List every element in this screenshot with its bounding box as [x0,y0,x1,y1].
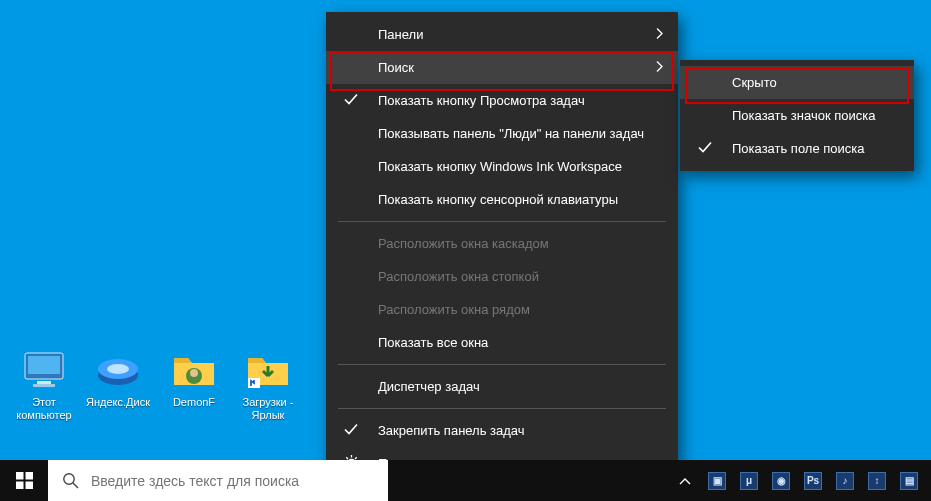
menu-item[interactable]: Показать кнопку Windows Ink Workspace [326,150,678,183]
menu-item[interactable]: Показать значок поиска [680,99,914,132]
menu-item[interactable]: Показать все окна [326,326,678,359]
menu-item-label: Закрепить панель задач [378,423,525,438]
folder-icon [170,346,218,394]
search-icon [62,472,79,489]
menu-item[interactable]: Закрепить панель задач [326,414,678,447]
menu-item[interactable]: Диспетчер задач [326,370,678,403]
svg-point-6 [107,364,129,374]
menu-item[interactable]: Показать поле поиска [680,132,914,165]
desktop-icon-demonf[interactable]: DemonF [158,346,230,409]
chevron-right-icon [655,27,664,42]
icon-label: DemonF [158,396,230,409]
menu-item: Расположить окна рядом [326,293,678,326]
menu-item[interactable]: Поиск [326,51,678,84]
menu-separator [338,364,666,365]
svg-line-15 [346,457,348,459]
menu-item-label: Скрыто [732,75,777,90]
menu-item-label: Расположить окна стопкой [378,269,539,284]
menu-item-label: Показать кнопку сенсорной клавиатуры [378,192,618,207]
menu-item-label: Расположить окна рядом [378,302,530,317]
taskbar-context-submenu: СкрытоПоказать значок поискаПоказать пол… [680,60,914,171]
folder-shortcut-icon [244,346,292,394]
menu-item: Расположить окна стопкой [326,260,678,293]
windows-icon [16,472,33,489]
svg-point-8 [190,369,198,377]
svg-rect-22 [25,482,33,490]
photoshop-icon[interactable]: Ps [797,460,829,501]
menu-item-label: Показать кнопку Windows Ink Workspace [378,159,622,174]
svg-point-23 [64,474,74,484]
desktop-icon-this-pc[interactable]: Этоткомпьютер [8,346,80,422]
menu-item-label: Поиск [378,60,414,75]
sound-icon[interactable]: ♪ [829,460,861,501]
nvidia-icon[interactable]: ◉ [765,460,797,501]
menu-item[interactable]: Показать кнопку Просмотра задач [326,84,678,117]
menu-separator [338,221,666,222]
svg-rect-21 [16,482,24,490]
menu-item-label: Расположить окна каскадом [378,236,549,251]
menu-item: Расположить окна каскадом [326,227,678,260]
app-icon-3[interactable]: ▤ [893,460,925,501]
icon-label: Загрузки -Ярлык [232,396,304,422]
menu-item-label: Панели [378,27,423,42]
menu-item-label: Диспетчер задач [378,379,480,394]
svg-rect-3 [33,384,55,387]
virtualbox-icon[interactable]: ▣ [701,460,733,501]
menu-item[interactable]: Показывать панель "Люди" на панели задач [326,117,678,150]
menu-item-label: Показать значок поиска [732,108,876,123]
app-icon-2[interactable]: ↕ [861,460,893,501]
icon-label: Этоткомпьютер [8,396,80,422]
up-arrow-icon[interactable] [669,460,701,501]
svg-rect-20 [25,472,33,480]
svg-rect-2 [37,381,51,384]
check-icon [344,93,358,108]
desktop-icon-yandex-disk[interactable]: Яндекс.Диск [82,346,154,409]
menu-item-label: Показывать панель "Люди" на панели задач [378,126,644,141]
system-tray: ▣μ◉Ps♪↕▤ [669,460,931,501]
menu-item[interactable]: Панели [326,18,678,51]
monitor-icon [20,346,68,394]
menu-item-label: Показать кнопку Просмотра задач [378,93,585,108]
start-button[interactable] [0,460,48,501]
menu-item-label: Показать все окна [378,335,488,350]
check-icon [344,423,358,438]
taskbar-context-menu: ПанелиПоискПоказать кнопку Просмотра зад… [326,12,678,486]
desktop-icon-downloads[interactable]: Загрузки -Ярлык [232,346,304,422]
app-icon-1[interactable]: μ [733,460,765,501]
svg-rect-19 [16,472,24,480]
menu-item-label: Показать поле поиска [732,141,865,156]
menu-separator [338,408,666,409]
disk-icon [94,346,142,394]
search-input[interactable] [91,473,374,489]
menu-item[interactable]: Показать кнопку сенсорной клавиатуры [326,183,678,216]
taskbar: ▣μ◉Ps♪↕▤ [0,460,931,501]
svg-line-24 [73,483,78,488]
menu-item[interactable]: Скрыто [680,66,914,99]
svg-line-17 [355,457,357,459]
svg-rect-1 [28,356,60,374]
icon-label: Яндекс.Диск [82,396,154,409]
check-icon [698,141,712,156]
chevron-right-icon [655,60,664,75]
taskbar-search[interactable] [48,460,388,501]
